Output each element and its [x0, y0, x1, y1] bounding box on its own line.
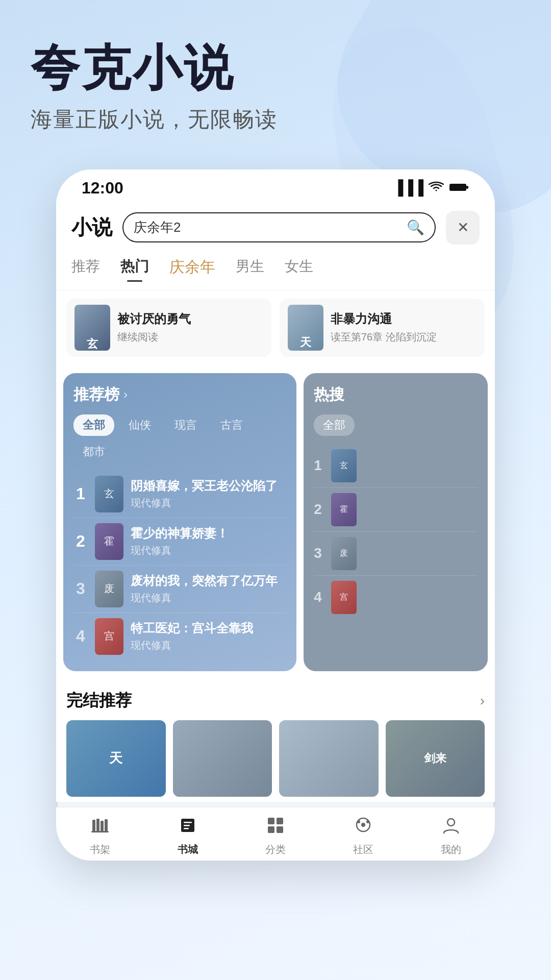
recent-book-sub-1: 继续阅读 [117, 330, 263, 344]
bookstore-label: 书城 [178, 843, 198, 856]
complete-section: 完结推荐 › 天 [56, 679, 495, 802]
hot-chip-all[interactable]: 全部 [314, 414, 355, 436]
svg-rect-3 [96, 819, 99, 831]
category-label: 分类 [265, 843, 286, 856]
rank-book-info-2: 霍少的神算娇妻！ 现代修真 [131, 525, 286, 557]
rank-book-info-1: 阴婚喜嫁，冥王老公沦陷了 现代修真 [131, 478, 286, 510]
hot-item-3[interactable]: 3 废 [314, 532, 478, 576]
complete-book-3[interactable] [279, 720, 379, 797]
close-button[interactable]: ✕ [446, 211, 480, 244]
hot-search: 热搜 全部 1 玄 2 霍 3 [304, 373, 488, 671]
hot-item-1[interactable]: 1 玄 [314, 444, 478, 488]
hot-book-cover-2: 霍 [331, 493, 357, 526]
svg-point-16 [361, 823, 365, 827]
status-time: 12:00 [82, 179, 123, 198]
chip-xiandai[interactable]: 现言 [165, 414, 206, 436]
tab-mine[interactable]: 我的 [407, 816, 495, 856]
svg-rect-6 [91, 831, 109, 832]
rank-book-title-2: 霍少的神算娇妻！ [131, 525, 286, 542]
rank-item-3[interactable]: 3 废 废材的我，突然有了亿万年 现代修真 [73, 566, 286, 613]
rank-book-cover-1: 玄 [95, 476, 123, 512]
tab-bookshelf[interactable]: 书架 [56, 816, 144, 856]
rank-book-info-4: 特工医妃：宫斗全靠我 现代修真 [131, 620, 286, 652]
hot-item-4[interactable]: 4 宫 [314, 576, 478, 619]
rank-book-title-4: 特工医妃：宫斗全靠我 [131, 620, 286, 636]
rank-filter-chips: 全部 仙侠 现言 古言 都市 [73, 414, 286, 462]
svg-rect-2 [92, 820, 95, 831]
chip-dushi[interactable]: 都市 [73, 441, 114, 462]
rank-item-1[interactable]: 1 玄 阴婚喜嫁，冥王老公沦陷了 现代修真 [73, 471, 286, 518]
app-header: 夸克小说 海量正版小说，无限畅读 [0, 0, 551, 149]
hot-num-1: 1 [314, 457, 326, 474]
svg-rect-14 [277, 826, 283, 833]
svg-rect-8 [184, 822, 192, 823]
rank-book-title-3: 废材的我，突然有了亿万年 [131, 573, 286, 589]
recent-book-2[interactable]: 天 非暴力沟通 读至第76章 沦陷到沉淀 [280, 299, 485, 357]
tab-female[interactable]: 女生 [285, 257, 313, 282]
section-header: 完结推荐 › [66, 690, 485, 712]
search-icon[interactable]: 🔍 [407, 219, 424, 236]
hot-num-3: 3 [314, 545, 326, 561]
bookshelf-icon [90, 816, 110, 840]
status-bar: 12:00 ▐▐▐ [56, 169, 495, 203]
recent-book-info-1: 被讨厌的勇气 继续阅读 [117, 311, 263, 344]
phone-mockup: 12:00 ▐▐▐ 小说 [56, 169, 495, 861]
section-title: 完结推荐 [66, 690, 132, 712]
complete-book-1[interactable]: 天 [66, 720, 166, 797]
hot-book-cover-3: 废 [331, 537, 357, 570]
complete-books: 天 剑来 [66, 720, 485, 797]
status-icons: ▐▐▐ [393, 180, 469, 196]
rank-book-genre-2: 现代修真 [131, 544, 286, 557]
tab-recommend[interactable]: 推荐 [71, 257, 100, 282]
rank-item-2[interactable]: 2 霍 霍少的神算娇妻！ 现代修真 [73, 518, 286, 566]
battery-icon [449, 180, 469, 196]
hot-header: 热搜 [314, 384, 478, 405]
app-title: 夸克小说 [31, 41, 520, 95]
rank-book-genre-1: 现代修真 [131, 496, 286, 510]
app-content: 小说 庆余年2 🔍 ✕ 推荐 热门 庆余年 男生 女生 玄 [56, 203, 495, 802]
rank-title: 推荐榜 [73, 384, 119, 405]
complete-book-cover-3 [279, 720, 379, 797]
chip-xianxia[interactable]: 仙侠 [119, 414, 160, 436]
nav-title: 小说 [71, 213, 112, 241]
recent-book-title-1: 被讨厌的勇气 [117, 311, 263, 327]
tab-category[interactable]: 分类 [232, 816, 319, 856]
chip-all[interactable]: 全部 [73, 414, 114, 436]
tab-yuqing[interactable]: 庆余年 [169, 257, 215, 282]
svg-point-19 [447, 819, 455, 826]
signal-icon: ▐▐▐ [393, 180, 423, 196]
search-bar[interactable]: 庆余年2 🔍 [122, 212, 436, 242]
svg-rect-12 [277, 818, 283, 824]
section-arrow[interactable]: › [480, 693, 485, 709]
complete-book-2[interactable] [173, 720, 272, 797]
recent-book-1[interactable]: 玄 被讨厌的勇气 继续阅读 [66, 299, 271, 357]
tab-hot[interactable]: 热门 [120, 257, 149, 282]
bookstore-icon [178, 816, 197, 840]
rank-num-3: 3 [73, 579, 88, 598]
rank-item-4[interactable]: 4 宫 特工医妃：宫斗全靠我 现代修真 [73, 613, 286, 660]
svg-rect-5 [105, 819, 108, 831]
svg-point-18 [366, 820, 369, 823]
category-tabs: 推荐 热门 庆余年 男生 女生 [56, 253, 495, 290]
tab-community[interactable]: 社区 [319, 816, 407, 856]
recent-book-info-2: 非暴力沟通 读至第76章 沦陷到沉淀 [331, 311, 477, 344]
rank-book-genre-4: 现代修真 [131, 639, 286, 652]
hot-book-cover-4: 宫 [331, 581, 357, 614]
search-input[interactable]: 庆余年2 [134, 218, 407, 236]
top-nav: 小说 庆余年2 🔍 ✕ [56, 203, 495, 253]
complete-book-cover-1: 天 [66, 720, 166, 797]
svg-rect-9 [184, 825, 190, 826]
hot-item-2[interactable]: 2 霍 [314, 488, 478, 532]
recent-book-sub-2: 读至第76章 沦陷到沉淀 [331, 330, 477, 344]
rank-header: 推荐榜 › [73, 384, 286, 405]
rank-arrow[interactable]: › [123, 387, 128, 402]
hot-book-cover-1: 玄 [331, 449, 357, 482]
tab-bookstore[interactable]: 书城 [144, 816, 232, 856]
mine-icon [441, 816, 461, 840]
chip-guyan[interactable]: 古言 [211, 414, 252, 436]
tab-male[interactable]: 男生 [236, 257, 264, 282]
rank-num-1: 1 [73, 484, 88, 503]
complete-book-4[interactable]: 剑来 [386, 720, 485, 797]
svg-rect-1 [466, 186, 468, 189]
hot-title: 热搜 [314, 384, 344, 405]
